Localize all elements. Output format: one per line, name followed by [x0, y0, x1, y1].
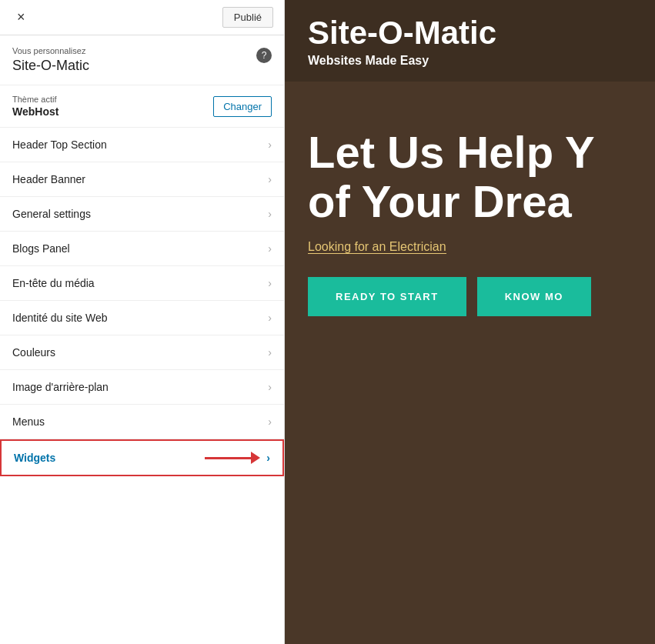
menu-item-label: Couleurs — [12, 346, 55, 359]
menu-item-general-settings[interactable]: General settings › — [0, 197, 284, 232]
menu-item-label: Image d'arrière-plan — [12, 381, 109, 393]
chevron-right-icon: › — [266, 452, 270, 464]
menu-item-label: Menus — [12, 415, 45, 428]
menu-item-blogs-panel[interactable]: Blogs Panel › — [0, 232, 284, 266]
menu-item-image-arriere[interactable]: Image d'arrière-plan › — [0, 370, 284, 405]
site-tagline: Websites Made Easy — [308, 54, 632, 68]
changer-button[interactable]: Changer — [213, 96, 272, 117]
site-title: Site-O-Matic — [308, 15, 632, 51]
close-button[interactable]: × — [11, 6, 32, 28]
widgets-label: Widgets — [14, 452, 205, 464]
site-header: Site-O-Matic Websites Made Easy — [285, 0, 655, 82]
menu-item-label: Header Top Section — [12, 138, 107, 151]
menu-item-label: Header Banner — [12, 173, 85, 185]
ready-to-start-button[interactable]: READY TO START — [308, 277, 466, 316]
know-more-button[interactable]: KNOW MO — [477, 277, 591, 316]
arrow-line — [205, 457, 251, 459]
chevron-right-icon: › — [268, 173, 272, 185]
publish-button[interactable]: Publié — [222, 7, 273, 28]
hero-section: Let Us Help Y of Your Drea Looking for a… — [285, 82, 655, 644]
chevron-right-icon: › — [268, 415, 272, 428]
hero-title-line1: Let Us Help Y — [308, 128, 632, 177]
personalizing-label: Vous personnalisez — [12, 46, 89, 55]
theme-section: Thème actif WebHost Changer — [0, 85, 284, 128]
cta-buttons: READY TO START KNOW MO — [308, 277, 632, 316]
menu-item-label: General settings — [12, 208, 91, 220]
customizer-info-text: Vous personnalisez Site-O-Matic — [12, 46, 89, 74]
menu-item-widgets[interactable]: Widgets › — [0, 439, 284, 476]
menu-item-identite[interactable]: Identité du site Web › — [0, 301, 284, 335]
chevron-right-icon: › — [268, 208, 272, 220]
chevron-right-icon: › — [268, 277, 272, 289]
help-icon[interactable]: ? — [256, 48, 272, 63]
chevron-right-icon: › — [268, 312, 272, 324]
chevron-right-icon: › — [268, 138, 272, 151]
chevron-right-icon: › — [268, 381, 272, 393]
theme-label: Thème actif — [12, 95, 58, 104]
menu-item-menus[interactable]: Menus › — [0, 405, 284, 439]
theme-info: Thème actif WebHost — [12, 95, 58, 118]
menu-item-header-top-section[interactable]: Header Top Section › — [0, 128, 284, 162]
right-panel: Site-O-Matic Websites Made Easy Let Us H… — [285, 0, 655, 644]
hero-title-line2: of Your Drea — [308, 177, 632, 226]
red-arrow — [205, 452, 260, 464]
customizer-info: Vous personnalisez Site-O-Matic ? — [0, 35, 284, 85]
menu-item-en-tete[interactable]: En-tête du média › — [0, 266, 284, 301]
menu-item-couleurs[interactable]: Couleurs › — [0, 335, 284, 370]
customizer-site-name: Site-O-Matic — [12, 58, 89, 74]
chevron-right-icon: › — [268, 242, 272, 255]
theme-name: WebHost — [12, 105, 58, 118]
menu-item-label: Blogs Panel — [12, 242, 70, 255]
panel-menu: Header Top Section › Header Banner › Gen… — [0, 128, 284, 644]
menu-item-label: Identité du site Web — [12, 312, 107, 324]
chevron-right-icon: › — [268, 346, 272, 359]
top-bar: × Publié — [0, 0, 284, 35]
hero-title: Let Us Help Y of Your Drea — [308, 128, 632, 226]
menu-item-header-banner[interactable]: Header Banner › — [0, 162, 284, 197]
menu-item-label: En-tête du média — [12, 277, 95, 289]
left-panel: × Publié Vous personnalisez Site-O-Matic… — [0, 0, 285, 644]
arrow-head-icon — [251, 452, 260, 464]
hero-subtitle: Looking for an Electrician — [308, 240, 632, 254]
